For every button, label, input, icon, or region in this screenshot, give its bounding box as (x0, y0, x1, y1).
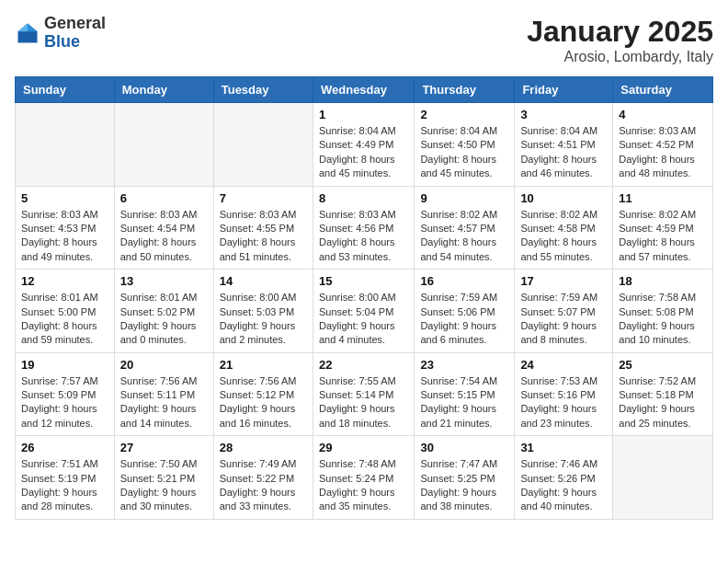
header-cell-friday: Friday (515, 77, 613, 103)
day-cell: 19Sunrise: 7:57 AM Sunset: 5:09 PM Dayli… (16, 352, 115, 436)
calendar-body: 1Sunrise: 8:04 AM Sunset: 4:49 PM Daylig… (16, 103, 713, 520)
day-number: 5 (21, 191, 108, 205)
day-info: Sunrise: 7:56 AM Sunset: 5:12 PM Dayligh… (220, 374, 307, 431)
day-cell: 22Sunrise: 7:55 AM Sunset: 5:14 PM Dayli… (313, 352, 414, 436)
day-cell: 12Sunrise: 8:01 AM Sunset: 5:00 PM Dayli… (16, 270, 115, 353)
day-info: Sunrise: 7:48 AM Sunset: 5:24 PM Dayligh… (319, 457, 408, 514)
day-number: 30 (420, 441, 508, 454)
day-number: 17 (520, 274, 607, 288)
day-number: 1 (319, 108, 408, 121)
day-info: Sunrise: 7:56 AM Sunset: 5:11 PM Dayligh… (120, 374, 208, 431)
day-cell: 25Sunrise: 7:52 AM Sunset: 5:18 PM Dayli… (613, 352, 713, 436)
day-info: Sunrise: 7:58 AM Sunset: 5:08 PM Dayligh… (619, 291, 707, 348)
day-cell: 7Sunrise: 8:03 AM Sunset: 4:55 PM Daylig… (213, 186, 313, 270)
day-number: 24 (520, 358, 607, 372)
day-info: Sunrise: 8:04 AM Sunset: 4:50 PM Dayligh… (420, 124, 508, 181)
header-cell-monday: Monday (114, 77, 213, 103)
day-cell: 13Sunrise: 8:01 AM Sunset: 5:02 PM Dayli… (114, 270, 213, 353)
day-number: 9 (420, 191, 508, 205)
day-number: 10 (520, 191, 607, 205)
day-number: 21 (220, 358, 307, 372)
svg-marker-1 (28, 23, 38, 31)
title-block: January 2025 Arosio, Lombardy, Italy (527, 15, 713, 65)
day-info: Sunrise: 8:03 AM Sunset: 4:53 PM Dayligh… (21, 208, 108, 265)
day-cell: 23Sunrise: 7:54 AM Sunset: 5:15 PM Dayli… (415, 352, 515, 436)
month-title: January 2025 (527, 15, 713, 49)
day-number: 6 (120, 191, 208, 205)
day-cell: 28Sunrise: 7:49 AM Sunset: 5:22 PM Dayli… (213, 436, 313, 520)
day-number: 27 (120, 441, 208, 454)
day-number: 16 (420, 274, 508, 288)
week-row-3: 12Sunrise: 8:01 AM Sunset: 5:00 PM Dayli… (16, 270, 713, 353)
day-number: 18 (619, 274, 707, 288)
day-info: Sunrise: 8:03 AM Sunset: 4:52 PM Dayligh… (619, 124, 707, 181)
calendar-header: SundayMondayTuesdayWednesdayThursdayFrid… (16, 77, 713, 103)
header-cell-tuesday: Tuesday (213, 77, 313, 103)
day-number: 7 (220, 191, 307, 205)
week-row-4: 19Sunrise: 7:57 AM Sunset: 5:09 PM Dayli… (16, 352, 713, 436)
day-info: Sunrise: 8:04 AM Sunset: 4:51 PM Dayligh… (520, 124, 607, 181)
day-cell: 26Sunrise: 7:51 AM Sunset: 5:19 PM Dayli… (16, 436, 115, 520)
day-cell: 11Sunrise: 8:02 AM Sunset: 4:59 PM Dayli… (613, 186, 713, 270)
day-number: 26 (21, 441, 108, 454)
day-cell: 8Sunrise: 8:03 AM Sunset: 4:56 PM Daylig… (313, 186, 414, 270)
day-cell: 30Sunrise: 7:47 AM Sunset: 5:25 PM Dayli… (415, 436, 515, 520)
day-cell: 31Sunrise: 7:46 AM Sunset: 5:26 PM Dayli… (515, 436, 613, 520)
day-info: Sunrise: 8:02 AM Sunset: 4:59 PM Dayligh… (619, 208, 707, 265)
day-number: 28 (220, 441, 307, 454)
day-cell (613, 436, 713, 520)
day-cell: 21Sunrise: 7:56 AM Sunset: 5:12 PM Dayli… (213, 352, 313, 436)
day-info: Sunrise: 7:53 AM Sunset: 5:16 PM Dayligh… (520, 374, 607, 431)
day-info: Sunrise: 8:03 AM Sunset: 4:55 PM Dayligh… (220, 208, 307, 265)
day-number: 25 (619, 358, 707, 372)
day-info: Sunrise: 7:59 AM Sunset: 5:07 PM Dayligh… (520, 291, 607, 348)
day-info: Sunrise: 7:52 AM Sunset: 5:18 PM Dayligh… (619, 374, 707, 431)
day-number: 3 (520, 108, 607, 121)
page-header: General Blue January 2025 Arosio, Lombar… (15, 15, 713, 65)
week-row-5: 26Sunrise: 7:51 AM Sunset: 5:19 PM Dayli… (16, 436, 713, 520)
header-cell-wednesday: Wednesday (313, 77, 414, 103)
day-info: Sunrise: 8:02 AM Sunset: 4:58 PM Dayligh… (520, 208, 607, 265)
week-row-1: 1Sunrise: 8:04 AM Sunset: 4:49 PM Daylig… (16, 103, 713, 187)
calendar: SundayMondayTuesdayWednesdayThursdayFrid… (15, 76, 713, 520)
day-cell (114, 103, 213, 187)
day-cell (16, 103, 115, 187)
day-info: Sunrise: 8:00 AM Sunset: 5:04 PM Dayligh… (319, 291, 408, 348)
day-number: 22 (319, 358, 408, 372)
day-cell: 14Sunrise: 8:00 AM Sunset: 5:03 PM Dayli… (213, 270, 313, 353)
day-cell: 10Sunrise: 8:02 AM Sunset: 4:58 PM Dayli… (515, 186, 613, 270)
day-info: Sunrise: 7:49 AM Sunset: 5:22 PM Dayligh… (220, 457, 307, 514)
day-cell: 2Sunrise: 8:04 AM Sunset: 4:50 PM Daylig… (415, 103, 515, 187)
day-cell: 1Sunrise: 8:04 AM Sunset: 4:49 PM Daylig… (313, 103, 414, 187)
header-row: SundayMondayTuesdayWednesdayThursdayFrid… (16, 77, 713, 103)
day-info: Sunrise: 8:02 AM Sunset: 4:57 PM Dayligh… (420, 208, 508, 265)
day-number: 4 (619, 108, 707, 121)
day-cell: 9Sunrise: 8:02 AM Sunset: 4:57 PM Daylig… (415, 186, 515, 270)
day-info: Sunrise: 8:03 AM Sunset: 4:56 PM Dayligh… (319, 208, 408, 265)
day-number: 19 (21, 358, 108, 372)
day-info: Sunrise: 7:51 AM Sunset: 5:19 PM Dayligh… (21, 457, 108, 514)
day-cell: 17Sunrise: 7:59 AM Sunset: 5:07 PM Dayli… (515, 270, 613, 353)
day-info: Sunrise: 8:03 AM Sunset: 4:54 PM Dayligh… (120, 208, 208, 265)
header-cell-sunday: Sunday (16, 77, 115, 103)
day-number: 23 (420, 358, 508, 372)
day-number: 13 (120, 274, 208, 288)
day-info: Sunrise: 7:54 AM Sunset: 5:15 PM Dayligh… (420, 374, 508, 431)
day-cell: 16Sunrise: 7:59 AM Sunset: 5:06 PM Dayli… (415, 270, 515, 353)
day-info: Sunrise: 8:01 AM Sunset: 5:02 PM Dayligh… (120, 291, 208, 348)
logo-text: General Blue (44, 15, 106, 52)
day-number: 14 (220, 274, 307, 288)
day-number: 12 (21, 274, 108, 288)
day-cell: 24Sunrise: 7:53 AM Sunset: 5:16 PM Dayli… (515, 352, 613, 436)
day-cell: 3Sunrise: 8:04 AM Sunset: 4:51 PM Daylig… (515, 103, 613, 187)
day-number: 20 (120, 358, 208, 372)
day-info: Sunrise: 8:04 AM Sunset: 4:49 PM Dayligh… (319, 124, 408, 181)
day-cell: 27Sunrise: 7:50 AM Sunset: 5:21 PM Dayli… (114, 436, 213, 520)
day-cell (213, 103, 313, 187)
day-info: Sunrise: 7:57 AM Sunset: 5:09 PM Dayligh… (21, 374, 108, 431)
week-row-2: 5Sunrise: 8:03 AM Sunset: 4:53 PM Daylig… (16, 186, 713, 270)
day-info: Sunrise: 7:59 AM Sunset: 5:06 PM Dayligh… (420, 291, 508, 348)
day-cell: 5Sunrise: 8:03 AM Sunset: 4:53 PM Daylig… (16, 186, 115, 270)
svg-marker-2 (18, 23, 28, 31)
logo-icon (15, 20, 40, 46)
